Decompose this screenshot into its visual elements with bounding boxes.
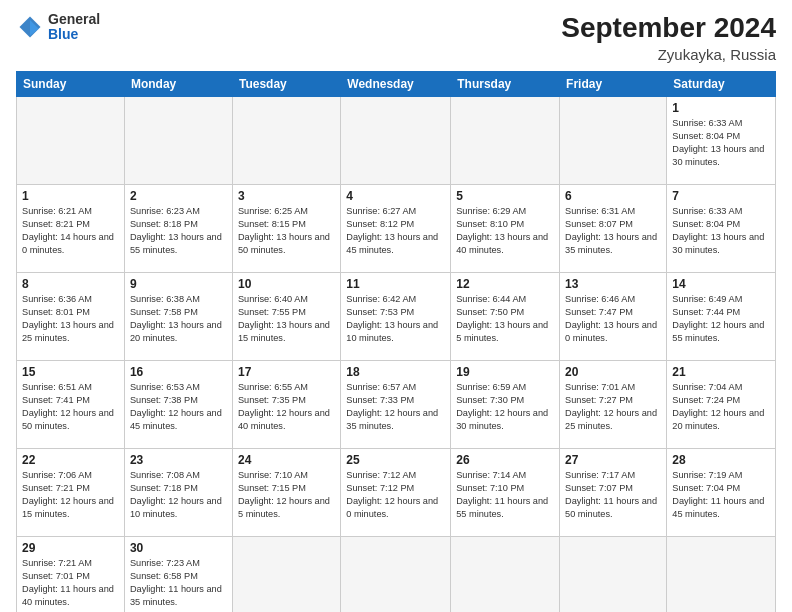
day-number: 1	[672, 101, 770, 115]
day-number: 20	[565, 365, 661, 379]
day-info: Sunrise: 6:27 AMSunset: 8:12 PMDaylight:…	[346, 205, 445, 257]
table-cell: 2Sunrise: 6:23 AMSunset: 8:18 PMDaylight…	[124, 185, 232, 273]
day-number: 14	[672, 277, 770, 291]
table-cell	[124, 97, 232, 185]
day-info: Sunrise: 7:04 AMSunset: 7:24 PMDaylight:…	[672, 381, 770, 433]
day-info: Sunrise: 6:36 AMSunset: 8:01 PMDaylight:…	[22, 293, 119, 345]
day-info: Sunrise: 6:21 AMSunset: 8:21 PMDaylight:…	[22, 205, 119, 257]
table-cell: 11Sunrise: 6:42 AMSunset: 7:53 PMDayligh…	[341, 273, 451, 361]
day-number: 18	[346, 365, 445, 379]
day-info: Sunrise: 6:29 AMSunset: 8:10 PMDaylight:…	[456, 205, 554, 257]
col-sunday: Sunday	[17, 72, 125, 97]
title-month: September 2024	[561, 12, 776, 44]
header-row: Sunday Monday Tuesday Wednesday Thursday…	[17, 72, 776, 97]
day-info: Sunrise: 7:17 AMSunset: 7:07 PMDaylight:…	[565, 469, 661, 521]
table-cell: 23Sunrise: 7:08 AMSunset: 7:18 PMDayligh…	[124, 449, 232, 537]
day-info: Sunrise: 7:19 AMSunset: 7:04 PMDaylight:…	[672, 469, 770, 521]
table-cell	[232, 97, 340, 185]
logo-icon	[16, 13, 44, 41]
table-cell: 1Sunrise: 6:21 AMSunset: 8:21 PMDaylight…	[17, 185, 125, 273]
day-number: 24	[238, 453, 335, 467]
day-number: 13	[565, 277, 661, 291]
day-info: Sunrise: 7:21 AMSunset: 7:01 PMDaylight:…	[22, 557, 119, 609]
day-number: 15	[22, 365, 119, 379]
table-cell: 25Sunrise: 7:12 AMSunset: 7:12 PMDayligh…	[341, 449, 451, 537]
table-cell: 10Sunrise: 6:40 AMSunset: 7:55 PMDayligh…	[232, 273, 340, 361]
table-cell	[232, 537, 340, 613]
day-info: Sunrise: 6:59 AMSunset: 7:30 PMDaylight:…	[456, 381, 554, 433]
table-cell: 17Sunrise: 6:55 AMSunset: 7:35 PMDayligh…	[232, 361, 340, 449]
table-cell: 1Sunrise: 6:33 AMSunset: 8:04 PMDaylight…	[667, 97, 776, 185]
table-cell: 5Sunrise: 6:29 AMSunset: 8:10 PMDaylight…	[451, 185, 560, 273]
day-info: Sunrise: 6:46 AMSunset: 7:47 PMDaylight:…	[565, 293, 661, 345]
day-number: 30	[130, 541, 227, 555]
logo-blue-text: Blue	[48, 27, 100, 42]
col-tuesday: Tuesday	[232, 72, 340, 97]
day-number: 4	[346, 189, 445, 203]
day-number: 22	[22, 453, 119, 467]
day-info: Sunrise: 6:44 AMSunset: 7:50 PMDaylight:…	[456, 293, 554, 345]
table-cell: 8Sunrise: 6:36 AMSunset: 8:01 PMDaylight…	[17, 273, 125, 361]
day-number: 25	[346, 453, 445, 467]
day-number: 1	[22, 189, 119, 203]
calendar-table: Sunday Monday Tuesday Wednesday Thursday…	[16, 71, 776, 612]
day-info: Sunrise: 6:55 AMSunset: 7:35 PMDaylight:…	[238, 381, 335, 433]
day-info: Sunrise: 7:12 AMSunset: 7:12 PMDaylight:…	[346, 469, 445, 521]
table-cell: 26Sunrise: 7:14 AMSunset: 7:10 PMDayligh…	[451, 449, 560, 537]
table-cell: 12Sunrise: 6:44 AMSunset: 7:50 PMDayligh…	[451, 273, 560, 361]
table-cell: 7Sunrise: 6:33 AMSunset: 8:04 PMDaylight…	[667, 185, 776, 273]
table-cell: 6Sunrise: 6:31 AMSunset: 8:07 PMDaylight…	[560, 185, 667, 273]
day-number: 10	[238, 277, 335, 291]
day-number: 8	[22, 277, 119, 291]
table-row: 29Sunrise: 7:21 AMSunset: 7:01 PMDayligh…	[17, 537, 776, 613]
table-row: 1Sunrise: 6:33 AMSunset: 8:04 PMDaylight…	[17, 97, 776, 185]
title-block: September 2024 Zyukayka, Russia	[561, 12, 776, 63]
table-cell	[17, 97, 125, 185]
day-info: Sunrise: 6:33 AMSunset: 8:04 PMDaylight:…	[672, 117, 770, 169]
day-info: Sunrise: 6:49 AMSunset: 7:44 PMDaylight:…	[672, 293, 770, 345]
table-cell: 13Sunrise: 6:46 AMSunset: 7:47 PMDayligh…	[560, 273, 667, 361]
table-cell	[451, 537, 560, 613]
title-location: Zyukayka, Russia	[561, 46, 776, 63]
day-number: 7	[672, 189, 770, 203]
day-info: Sunrise: 7:01 AMSunset: 7:27 PMDaylight:…	[565, 381, 661, 433]
table-cell: 22Sunrise: 7:06 AMSunset: 7:21 PMDayligh…	[17, 449, 125, 537]
table-row: 8Sunrise: 6:36 AMSunset: 8:01 PMDaylight…	[17, 273, 776, 361]
table-row: 1Sunrise: 6:21 AMSunset: 8:21 PMDaylight…	[17, 185, 776, 273]
day-info: Sunrise: 6:57 AMSunset: 7:33 PMDaylight:…	[346, 381, 445, 433]
table-row: 15Sunrise: 6:51 AMSunset: 7:41 PMDayligh…	[17, 361, 776, 449]
day-number: 5	[456, 189, 554, 203]
col-wednesday: Wednesday	[341, 72, 451, 97]
day-number: 21	[672, 365, 770, 379]
day-number: 27	[565, 453, 661, 467]
day-info: Sunrise: 6:33 AMSunset: 8:04 PMDaylight:…	[672, 205, 770, 257]
day-info: Sunrise: 7:23 AMSunset: 6:58 PMDaylight:…	[130, 557, 227, 609]
day-info: Sunrise: 7:10 AMSunset: 7:15 PMDaylight:…	[238, 469, 335, 521]
table-cell	[560, 537, 667, 613]
day-number: 23	[130, 453, 227, 467]
day-number: 9	[130, 277, 227, 291]
day-info: Sunrise: 7:08 AMSunset: 7:18 PMDaylight:…	[130, 469, 227, 521]
day-number: 16	[130, 365, 227, 379]
day-number: 2	[130, 189, 227, 203]
day-info: Sunrise: 6:51 AMSunset: 7:41 PMDaylight:…	[22, 381, 119, 433]
table-cell: 24Sunrise: 7:10 AMSunset: 7:15 PMDayligh…	[232, 449, 340, 537]
table-cell	[341, 97, 451, 185]
table-cell	[451, 97, 560, 185]
col-friday: Friday	[560, 72, 667, 97]
col-thursday: Thursday	[451, 72, 560, 97]
header: General Blue September 2024 Zyukayka, Ru…	[16, 12, 776, 63]
day-number: 6	[565, 189, 661, 203]
day-number: 28	[672, 453, 770, 467]
table-cell	[667, 537, 776, 613]
day-number: 29	[22, 541, 119, 555]
col-saturday: Saturday	[667, 72, 776, 97]
table-cell: 4Sunrise: 6:27 AMSunset: 8:12 PMDaylight…	[341, 185, 451, 273]
day-info: Sunrise: 6:31 AMSunset: 8:07 PMDaylight:…	[565, 205, 661, 257]
table-cell	[341, 537, 451, 613]
day-number: 3	[238, 189, 335, 203]
day-number: 12	[456, 277, 554, 291]
table-cell: 30Sunrise: 7:23 AMSunset: 6:58 PMDayligh…	[124, 537, 232, 613]
table-cell: 27Sunrise: 7:17 AMSunset: 7:07 PMDayligh…	[560, 449, 667, 537]
col-monday: Monday	[124, 72, 232, 97]
